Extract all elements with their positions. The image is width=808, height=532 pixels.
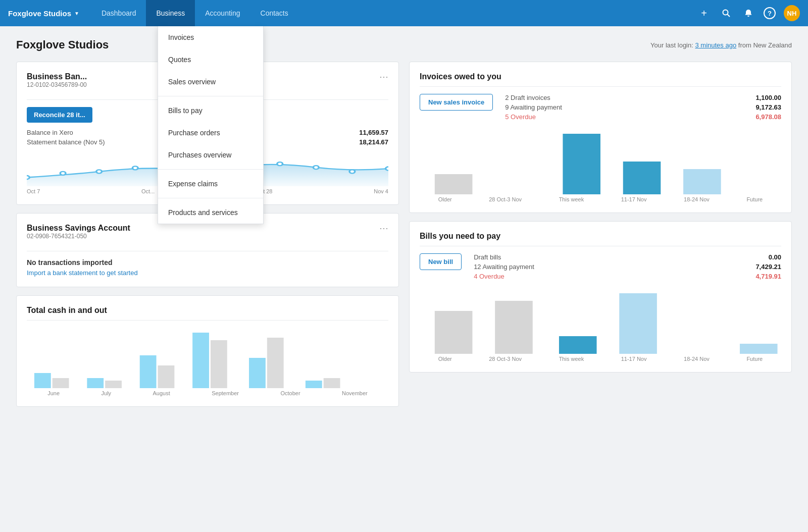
- brand-logo[interactable]: Foxglove Studios ▼: [8, 9, 79, 18]
- dropdown-item-purchase-orders[interactable]: Purchase orders: [158, 122, 263, 144]
- bills-label-11-17: 11-17 Nov: [621, 356, 647, 362]
- bills-awaiting-value: 7,429.21: [755, 263, 781, 271]
- bank-card-title: Business Ban... 12-0102-03456789-00: [27, 72, 87, 94]
- bills-draft-label: Draft bills: [474, 253, 501, 261]
- bills-draft-value: 0.00: [769, 253, 781, 261]
- nav-link-business[interactable]: Business: [146, 0, 195, 26]
- last-login-suffix: from New Zealand: [738, 41, 792, 49]
- inv-label-11-17: 11-17 Nov: [621, 196, 647, 202]
- svg-rect-33: [740, 344, 778, 354]
- bills-bar-chart: [420, 288, 781, 354]
- cash-label-november: November: [342, 390, 368, 396]
- svg-point-4: [96, 170, 102, 173]
- svg-rect-15: [87, 378, 104, 388]
- brand-name: Foxglove Studios: [8, 9, 71, 18]
- new-bill-button[interactable]: New bill: [420, 253, 462, 270]
- cash-label-august: August: [153, 390, 170, 396]
- bell-icon[interactable]: [741, 6, 755, 20]
- savings-title: Business Savings Account: [27, 224, 130, 233]
- invoice-awaiting-label: 9 Awaiting payment: [505, 103, 562, 111]
- dropdown-item-invoices[interactable]: Invoices: [158, 26, 263, 48]
- inv-label-18-24: 18-24 Nov: [684, 196, 710, 202]
- bills-divider: [420, 246, 781, 246]
- cash-label-september: September: [212, 390, 239, 396]
- invoice-awaiting-value: 9,172.63: [755, 103, 781, 111]
- invoice-stats: 2 Draft invoices 1,100.00 9 Awaiting pay…: [505, 94, 781, 121]
- nav-link-accounting[interactable]: Accounting: [195, 0, 250, 26]
- inv-label-future: Future: [746, 196, 763, 202]
- bills-label-oct-nov: 28 Oct-3 Nov: [489, 356, 522, 362]
- dropdown-item-products-services[interactable]: Products and services: [158, 201, 263, 224]
- svg-point-11: [349, 170, 355, 173]
- bills-awaiting-row: 12 Awaiting payment 7,429.21: [474, 263, 781, 271]
- invoice-overdue-row: 5 Overdue 6,978.08: [505, 113, 781, 121]
- svg-rect-30: [495, 301, 533, 354]
- no-transactions-text: No transactions imported: [27, 258, 388, 267]
- bills-label-older: Older: [438, 356, 452, 362]
- page-content: Foxglove Studios Your last login: 3 minu…: [0, 26, 808, 419]
- cash-label-october: October: [280, 390, 300, 396]
- bills-bar-labels: Older 28 Oct-3 Nov This week 11-17 Nov 1…: [420, 356, 781, 362]
- bills-overdue-label: 4 Overdue: [474, 273, 504, 280]
- bank-xero-label: Balance in Xero: [27, 129, 73, 136]
- last-login-link[interactable]: 3 minutes ago: [695, 41, 736, 49]
- dropdown-item-quotes[interactable]: Quotes: [158, 48, 263, 71]
- invoice-overdue-value: 6,978.08: [755, 113, 781, 121]
- bank-statement-value: 18,214.67: [359, 138, 388, 146]
- user-avatar[interactable]: NH: [784, 5, 800, 21]
- add-icon[interactable]: +: [697, 6, 711, 20]
- dropdown-item-bills[interactable]: Bills to pay: [158, 99, 263, 122]
- savings-more-options-icon[interactable]: ⋯: [379, 224, 388, 233]
- last-login-info: Your last login: 3 minutes ago from New …: [650, 41, 792, 49]
- bills-awaiting-label: 12 Awaiting payment: [474, 263, 534, 271]
- svg-point-2: [27, 176, 29, 179]
- nav-link-dashboard[interactable]: Dashboard: [91, 0, 146, 26]
- total-cash-card: Total cash in and out: [16, 295, 399, 407]
- inv-label-older: Older: [438, 196, 452, 202]
- page-header: Foxglove Studios Your last login: 3 minu…: [16, 38, 792, 51]
- svg-rect-23: [306, 381, 322, 388]
- svg-point-0: [723, 10, 728, 15]
- svg-rect-29: [435, 311, 473, 354]
- nav-links: Dashboard Business Accounting Contacts: [91, 0, 298, 26]
- invoice-draft-value: 1,100.00: [755, 94, 781, 101]
- dropdown-item-sales-overview[interactable]: Sales overview: [158, 71, 263, 93]
- bank-xero-value: 11,659.57: [359, 129, 388, 136]
- inv-label-oct-nov: 28 Oct-3 Nov: [489, 196, 522, 202]
- nav-link-contacts[interactable]: Contacts: [250, 0, 298, 26]
- dropdown-item-expense-claims[interactable]: Expense claims: [158, 173, 263, 195]
- invoices-bar-chart: [420, 129, 781, 194]
- total-cash-divider: [27, 320, 388, 321]
- svg-rect-16: [105, 381, 122, 388]
- bills-overdue-row: 4 Overdue 4,719.91: [474, 273, 781, 280]
- svg-rect-25: [435, 174, 473, 194]
- invoice-draft-row: 2 Draft invoices 1,100.00: [505, 94, 781, 101]
- svg-point-3: [60, 172, 66, 175]
- total-cash-labels: June July August September October Novem…: [27, 390, 388, 396]
- svg-line-1: [728, 15, 730, 17]
- invoices-divider: [420, 86, 781, 87]
- svg-point-5: [132, 166, 138, 170]
- import-statement-link[interactable]: Import a bank statement to get started: [27, 269, 138, 277]
- svg-rect-27: [623, 162, 661, 194]
- new-sales-invoice-button[interactable]: New sales invoice: [420, 94, 493, 111]
- inv-label-this-week: This week: [559, 196, 584, 202]
- bills-overdue-value: 4,719.91: [755, 273, 781, 280]
- dropdown-item-purchases-overview[interactable]: Purchases overview: [158, 144, 263, 166]
- bills-label-this-week: This week: [559, 356, 584, 362]
- right-column: Invoices owed to you New sales invoice 2…: [409, 62, 792, 407]
- navigation: Foxglove Studios ▼ Dashboard Business Ac…: [0, 0, 808, 26]
- search-icon[interactable]: [719, 6, 733, 20]
- help-icon[interactable]: ?: [764, 7, 776, 19]
- reconcile-button[interactable]: Reconcile 28 it...: [27, 107, 92, 123]
- invoice-awaiting-row: 9 Awaiting payment 9,172.63: [505, 103, 781, 111]
- svg-rect-19: [192, 333, 209, 388]
- page-title: Foxglove Studios: [16, 38, 109, 51]
- bank-more-options-icon[interactable]: ⋯: [379, 72, 388, 81]
- svg-rect-18: [158, 365, 175, 388]
- cash-label-june: June: [47, 390, 60, 396]
- svg-rect-13: [34, 373, 51, 388]
- invoices-owed-title: Invoices owed to you: [420, 72, 781, 81]
- invoice-draft-label: 2 Draft invoices: [505, 94, 550, 101]
- savings-card-title-group: Business Savings Account 02-0908-7654321…: [27, 224, 130, 246]
